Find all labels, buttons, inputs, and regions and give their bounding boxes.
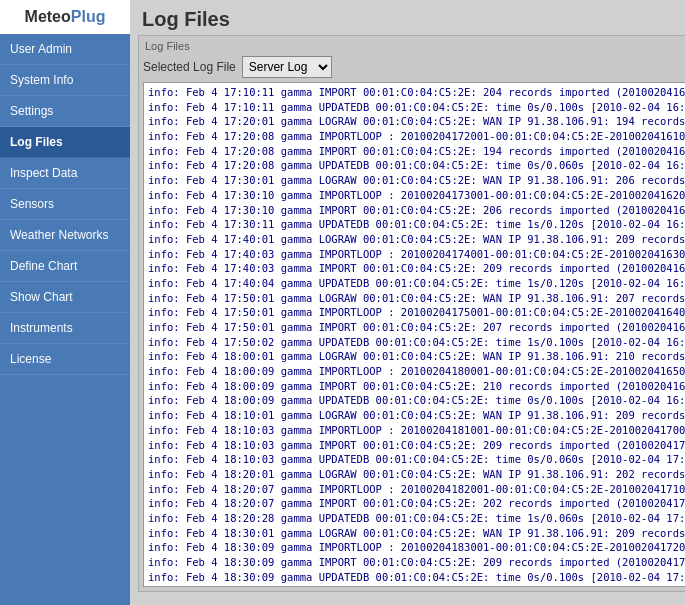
log-line: info: Feb 4 17:20:08 gamma IMPORT 00:01:… [148,144,685,159]
log-type-select[interactable]: Server Log System Log Error Log [243,58,331,76]
log-line: info: Feb 4 17:40:01 gamma LOGRAW 00:01:… [148,232,685,247]
log-line: info: Feb 4 17:30:11 gamma UPDATEDB 00:0… [148,217,685,232]
sidebar: MeteoPlug User AdminSystem InfoSettingsL… [0,0,130,605]
sidebar-items: User AdminSystem InfoSettingsLog FilesIn… [0,34,130,375]
log-file-label: Selected Log File [143,60,236,74]
log-line: info: Feb 4 18:00:09 gamma UPDATEDB 00:0… [148,393,685,408]
logo: MeteoPlug [0,0,130,34]
log-line: info: Feb 4 18:30:09 gamma IMPORTLOOP : … [148,540,685,555]
log-line: info: Feb 4 18:20:28 gamma UPDATEDB 00:0… [148,511,685,526]
log-select-wrapper[interactable]: Server Log System Log Error Log [242,56,332,78]
logo-meteo: Meteo [25,8,71,25]
bottom-bar: Refresh [130,600,685,605]
sidebar-item-show-chart[interactable]: Show Chart [0,282,130,313]
log-line: info: Feb 4 17:30:10 gamma IMPORT 00:01:… [148,203,685,218]
page-title: Log Files [130,0,685,35]
log-line: info: Feb 4 17:50:01 gamma LOGRAW 00:01:… [148,291,685,306]
log-line: info: Feb 4 18:10:03 gamma IMPORTLOOP : … [148,423,685,438]
log-line: info: Feb 4 17:10:11 gamma IMPORT 00:01:… [148,85,685,100]
log-line: info: Feb 4 17:40:03 gamma IMPORTLOOP : … [148,247,685,262]
content-area: Log Files Selected Log File Server Log S… [138,35,685,592]
log-line: info: Feb 4 17:20:08 gamma UPDATEDB 00:0… [148,158,685,173]
sidebar-item-settings[interactable]: Settings [0,96,130,127]
log-line: info: Feb 4 18:10:01 gamma LOGRAW 00:01:… [148,408,685,423]
log-line: info: Feb 4 18:20:07 gamma IMPORTLOOP : … [148,482,685,497]
log-line: info: Feb 4 18:20:07 gamma IMPORT 00:01:… [148,496,685,511]
main-content: Log Files Log Files Selected Log File Se… [130,0,685,605]
sidebar-item-system-info[interactable]: System Info [0,65,130,96]
log-line: info: Feb 4 18:00:09 gamma IMPORTLOOP : … [148,364,685,379]
logo-text: MeteoPlug [25,8,106,26]
sidebar-item-log-files[interactable]: Log Files [0,127,130,158]
sidebar-item-sensors[interactable]: Sensors [0,189,130,220]
log-line: info: Feb 4 18:20:01 gamma LOGRAW 00:01:… [148,467,685,482]
log-line: info: Feb 4 18:10:03 gamma IMPORT 00:01:… [148,438,685,453]
log-line: info: Feb 4 17:30:10 gamma IMPORTLOOP : … [148,188,685,203]
log-line: info: Feb 4 17:20:01 gamma LOGRAW 00:01:… [148,114,685,129]
log-header: Selected Log File Server Log System Log … [143,56,685,78]
section-label: Log Files [143,40,685,52]
log-line: info: Feb 4 17:40:03 gamma IMPORT 00:01:… [148,261,685,276]
sidebar-item-instruments[interactable]: Instruments [0,313,130,344]
sidebar-item-license[interactable]: License [0,344,130,375]
log-line: info: Feb 4 18:00:01 gamma LOGRAW 00:01:… [148,349,685,364]
sidebar-item-inspect-data[interactable]: Inspect Data [0,158,130,189]
sidebar-item-define-chart[interactable]: Define Chart [0,251,130,282]
sidebar-item-user-admin[interactable]: User Admin [0,34,130,65]
sidebar-item-weather-networks[interactable]: Weather Networks [0,220,130,251]
log-line: info: Feb 4 17:10:11 gamma UPDATEDB 00:0… [148,100,685,115]
log-text-area[interactable]: info: Feb 4 17:10:11 gamma IMPORT 00:01:… [143,82,685,587]
log-line: info: Feb 4 17:50:01 gamma IMPORTLOOP : … [148,305,685,320]
log-line: info: Feb 4 17:20:08 gamma IMPORTLOOP : … [148,129,685,144]
log-line: info: Feb 4 18:30:01 gamma LOGRAW 00:01:… [148,526,685,541]
log-line: info: Feb 4 17:30:01 gamma LOGRAW 00:01:… [148,173,685,188]
log-line: info: Feb 4 18:00:09 gamma IMPORT 00:01:… [148,379,685,394]
log-line: info: Feb 4 17:50:01 gamma IMPORT 00:01:… [148,320,685,335]
log-line: info: Feb 4 17:40:04 gamma UPDATEDB 00:0… [148,276,685,291]
log-line: info: Feb 4 17:50:02 gamma UPDATEDB 00:0… [148,335,685,350]
logo-plug: Plug [71,8,106,25]
log-line: info: Feb 4 18:30:09 gamma IMPORT 00:01:… [148,555,685,570]
log-line: info: Feb 4 18:30:09 gamma UPDATEDB 00:0… [148,570,685,585]
log-line: info: Feb 4 18:10:03 gamma UPDATEDB 00:0… [148,452,685,467]
